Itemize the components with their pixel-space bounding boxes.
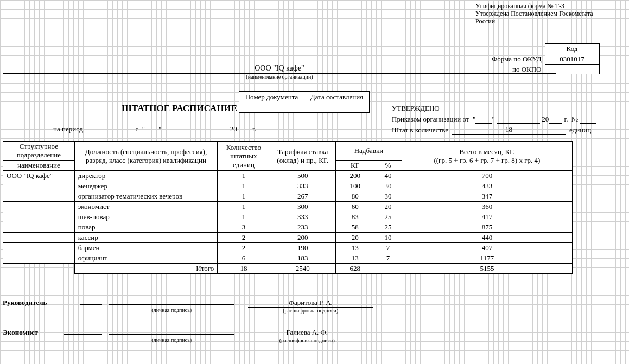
leader-decode-caption: (расшифровка подписи) [248,308,373,314]
cell-dept[interactable] [3,202,75,212]
leader-personal-sig[interactable] [109,304,234,305]
cell-total[interactable]: 433 [402,181,572,191]
th-total: Всего в месяц, КГ. ((гр. 5 + гр. 6 + гр.… [402,142,572,171]
cell-units[interactable]: 1 [218,171,270,181]
cell-units[interactable]: 2 [218,243,270,253]
cell-position[interactable]: организатор тематических вечеров [74,191,218,202]
cell-pct[interactable]: 25 [374,212,402,222]
cell-dept[interactable] [3,191,75,202]
cell-kg[interactable]: 80 [336,191,374,202]
leader-name: Фаритова Р. А. [248,298,373,308]
cell-total[interactable]: 875 [402,222,572,233]
cell-rate[interactable]: 300 [270,202,336,212]
cell-kg[interactable]: 13 [336,243,374,253]
cell-rate[interactable]: 200 [270,233,336,243]
cell-total[interactable]: 407 [402,243,572,253]
approval-num[interactable] [580,114,596,124]
economist-decode-caption: (расшифровка подписи) [245,337,370,343]
period-day[interactable] [145,124,158,133]
cell-pct[interactable]: 7 [374,243,402,253]
approval-order-day[interactable] [475,114,492,124]
cell-units[interactable]: 2 [218,233,270,243]
cell-pct[interactable]: 25 [374,222,402,233]
cell-kg[interactable]: 20 [336,233,374,243]
cell-position[interactable]: кассир [74,233,218,243]
cell-kg[interactable]: 83 [336,212,374,222]
cell-total[interactable]: 1177 [402,253,572,264]
cell-units[interactable]: 1 [218,181,270,191]
cell-rate[interactable]: 333 [270,181,336,191]
cell-dept[interactable] [3,243,75,253]
cell-pct[interactable]: 7 [374,253,402,264]
cell-dept[interactable] [3,233,75,243]
period-year[interactable] [237,124,251,133]
leader-sig-caption: (личная подпись) [109,307,234,313]
approval-units: единиц [569,126,591,134]
cell-position[interactable]: шев-повар [74,212,218,222]
cell-kg[interactable]: 100 [336,181,374,191]
approval-order-month[interactable] [497,114,540,124]
docdate-value[interactable] [304,103,370,113]
cell-position[interactable]: официант [74,253,218,264]
table-row: официант61831371177 [3,253,573,264]
cell-position[interactable]: повар [74,222,218,233]
economist-label: Экономист [3,328,62,337]
th-rate: Тарифная ставка (оклад) и пр., КГ. [270,142,336,171]
economist-role-line[interactable] [64,334,102,335]
cell-kg[interactable]: 200 [336,171,374,181]
cell-rate[interactable]: 183 [270,253,336,264]
cell-rate[interactable]: 500 [270,171,336,181]
period-month[interactable] [163,124,228,133]
cell-position[interactable]: директор [74,171,218,181]
cell-total-rate: 2540 [270,264,336,274]
cell-dept[interactable] [3,222,75,233]
staff-table: Структурное подразделение Должность (спе… [3,141,573,274]
org-name: ООО "IQ кафе" [3,64,556,74]
cell-pct[interactable]: 40 [374,171,402,181]
cell-rate[interactable]: 333 [270,212,336,222]
cell-rate[interactable]: 267 [270,191,336,202]
cell-dept[interactable] [3,212,75,222]
cell-total[interactable]: 360 [402,202,572,212]
cell-total[interactable]: 347 [402,191,572,202]
cell-kg[interactable]: 60 [336,202,374,212]
org-name-block: ООО "IQ кафе" (наименование организации) [3,64,556,80]
cell-total[interactable]: 440 [402,233,572,243]
cell-units[interactable]: 6 [218,253,270,264]
cell-position[interactable]: бармен [74,243,218,253]
cell-pct[interactable]: 10 [374,233,402,243]
cell-pct[interactable]: 30 [374,181,402,191]
cell-position[interactable]: менеджер [74,181,218,191]
cell-kg[interactable]: 58 [336,222,374,233]
cell-rate[interactable]: 233 [270,222,336,233]
th-addons: Надбавки [336,142,402,161]
cell-dept[interactable]: ООО "IQ кафе" [3,171,75,181]
economist-name: Галиева А. Ф. [245,328,370,337]
cell-units[interactable]: 1 [218,202,270,212]
leader-role-line[interactable] [80,304,102,305]
cell-kg[interactable]: 13 [336,253,374,264]
period-val1[interactable] [85,124,134,133]
approval-count-value[interactable]: 18 [452,125,566,135]
th-addon-pct: % [374,161,402,171]
cell-dept[interactable] [3,181,75,191]
approval-block: УТВЕРЖДЕНО Приказом организации от "" 20… [392,104,620,135]
docnum-value[interactable] [239,103,304,113]
th-total-text: Всего в месяц, КГ. [459,148,514,156]
cell-rate[interactable]: 190 [270,243,336,253]
approval-count-label: Штат в количестве [392,126,448,134]
cell-dept[interactable] [3,253,75,264]
cell-total[interactable]: 700 [402,171,572,181]
economist-personal-sig[interactable] [109,334,234,335]
cell-position[interactable]: экономист [74,202,218,212]
approval-year[interactable] [549,114,562,124]
approval-year-prefix: 20 [542,115,549,123]
form-info-line1: Унифицированная форма № Т-3 [475,2,617,10]
cell-pct[interactable]: 30 [374,191,402,202]
cell-total[interactable]: 417 [402,212,572,222]
cell-units[interactable]: 1 [218,191,270,202]
cell-pct[interactable]: 20 [374,202,402,212]
cell-units[interactable]: 1 [218,212,270,222]
cell-units[interactable]: 3 [218,222,270,233]
cell-total-kg: 628 [336,264,374,274]
